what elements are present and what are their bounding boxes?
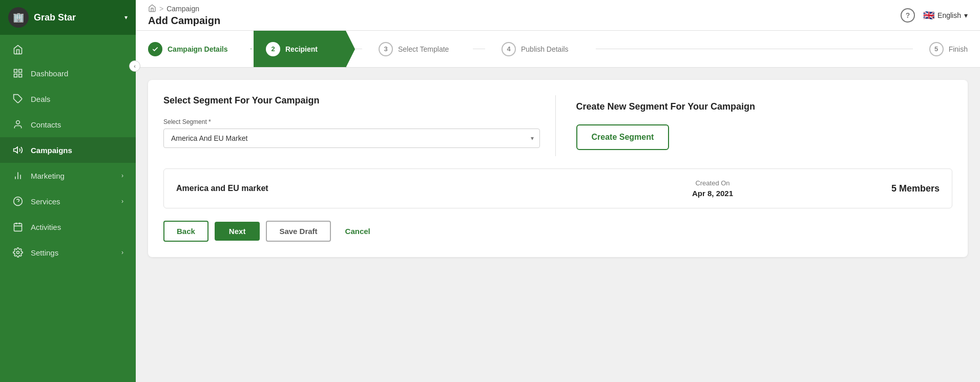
breadcrumb-campaign: Campaign: [166, 5, 199, 13]
lang-chevron-icon: ▾: [964, 11, 968, 19]
breadcrumb-home-icon[interactable]: [148, 4, 156, 14]
sidebar-item-label: Marketing: [31, 172, 65, 180]
contacts-icon: [12, 119, 24, 130]
right-section-title: Create New Segment For Your Campaign: [576, 101, 755, 112]
sidebar-collapse-button[interactable]: ‹: [129, 60, 140, 72]
svg-rect-1: [19, 70, 22, 73]
step-select-template[interactable]: 3 Select Template: [366, 31, 469, 67]
step-sep-3: [469, 31, 489, 67]
sidebar-item-label: Deals: [31, 95, 50, 103]
step-3-circle: 3: [379, 42, 393, 56]
segment-card-meta: Created On Apr 8, 2021: [534, 179, 891, 198]
segment-select-section: Select Segment For Your Campaign Select …: [163, 95, 556, 156]
sidebar-item-services[interactable]: Services ›: [0, 188, 136, 214]
topbar: > Campaign Add Campaign ? 🇬🇧 English ▾: [136, 0, 980, 31]
step-1-circle: [148, 42, 162, 56]
step-finish[interactable]: 5 Finish: [917, 31, 980, 67]
sidebar-expand-icon[interactable]: ▾: [124, 14, 128, 21]
sidebar-item-label: Activities: [31, 223, 61, 231]
sidebar-item-label: Contacts: [31, 120, 61, 129]
language-label: English: [937, 11, 961, 19]
segment-select-label: Select Segment *: [163, 118, 540, 125]
create-segment-button[interactable]: Create Segment: [576, 124, 670, 150]
sidebar-item-label: Settings: [31, 248, 58, 257]
step-1-label: Campaign Details: [168, 45, 227, 53]
chevron-right-icon: ›: [121, 249, 123, 256]
page-title: Add Campaign: [148, 15, 220, 27]
svg-point-5: [16, 121, 20, 124]
language-selector[interactable]: 🇬🇧 English ▾: [923, 10, 968, 21]
segment-created-date: Apr 8, 2021: [534, 189, 891, 198]
segment-created-label: Created On: [534, 179, 891, 187]
svg-rect-2: [14, 74, 17, 77]
sidebar-item-label: Campaigns: [31, 146, 72, 155]
step-2-label: Recipient: [285, 45, 318, 53]
step-2-circle: 2: [266, 42, 280, 56]
sidebar-logo: 🏢: [8, 7, 29, 28]
breadcrumb-separator: >: [159, 5, 163, 13]
sidebar-item-campaigns[interactable]: Campaigns: [0, 137, 136, 163]
content-area: Select Segment For Your Campaign Select …: [136, 68, 980, 382]
sidebar-item-marketing[interactable]: Marketing ›: [0, 163, 136, 188]
cancel-button[interactable]: Cancel: [337, 222, 379, 241]
dashboard-icon: [12, 68, 24, 79]
next-button[interactable]: Next: [215, 222, 260, 241]
campaigns-icon: [12, 144, 24, 156]
segment-form-group: Select Segment * America And EU Market ▾: [163, 118, 540, 148]
step-campaign-details[interactable]: Campaign Details: [136, 31, 248, 67]
deals-icon: [12, 93, 24, 104]
activities-icon: [12, 221, 24, 232]
help-button[interactable]: ?: [901, 8, 915, 23]
step-5-circle: 5: [929, 42, 944, 56]
settings-icon: [12, 247, 24, 258]
segment-members-count: 5 Members: [891, 183, 940, 194]
save-draft-button[interactable]: Save Draft: [266, 221, 330, 242]
segment-info-card: America and EU market Created On Apr 8, …: [163, 168, 952, 208]
sidebar: 🏢 Grab Star ▾ ‹ Dashboard Deals: [0, 0, 136, 382]
step-sep-1: [248, 31, 254, 67]
left-section-title: Select Segment For Your Campaign: [163, 95, 540, 106]
home-icon: [12, 44, 24, 55]
two-column-layout: Select Segment For Your Campaign Select …: [163, 95, 952, 156]
step-publish-details[interactable]: 4 Publish Details: [489, 31, 592, 67]
step-5-label: Finish: [949, 45, 968, 53]
action-bar: Back Next Save Draft Cancel: [163, 221, 952, 242]
sidebar-item-activities[interactable]: Activities: [0, 214, 136, 240]
sidebar-item-settings[interactable]: Settings ›: [0, 240, 136, 265]
sidebar-item-deals[interactable]: Deals: [0, 86, 136, 112]
svg-marker-6: [14, 147, 18, 153]
segment-select-wrapper: America And EU Market ▾: [163, 129, 540, 148]
create-segment-section: Create New Segment For Your Campaign Cre…: [556, 95, 953, 156]
step-4-circle: 4: [502, 42, 516, 56]
step-3-label: Select Template: [398, 45, 449, 53]
main-content: > Campaign Add Campaign ? 🇬🇧 English ▾ C…: [136, 0, 980, 382]
sidebar-item-dashboard[interactable]: Dashboard: [0, 60, 136, 86]
main-card: Select Segment For Your Campaign Select …: [148, 80, 968, 257]
stepper: Campaign Details 2 Recipient 3 Select Te…: [136, 31, 980, 68]
topbar-left: > Campaign Add Campaign: [148, 4, 220, 27]
logo-icon: 🏢: [13, 12, 24, 23]
sidebar-item-label: Dashboard: [31, 69, 68, 78]
breadcrumb: > Campaign: [148, 4, 220, 14]
marketing-icon: [12, 170, 24, 181]
svg-point-16: [17, 251, 19, 254]
sidebar-title: Grab Star: [34, 12, 119, 23]
sidebar-item-label: Services: [31, 197, 60, 206]
chevron-right-icon: ›: [121, 198, 123, 205]
services-icon: [12, 196, 24, 207]
step-recipient[interactable]: 2 Recipient: [254, 31, 346, 67]
chevron-right-icon: ›: [121, 172, 123, 179]
svg-rect-12: [14, 223, 22, 231]
segment-select[interactable]: America And EU Market: [163, 129, 540, 148]
svg-rect-0: [14, 70, 17, 73]
sidebar-item-contacts[interactable]: Contacts: [0, 112, 136, 137]
sidebar-nav: Dashboard Deals Contacts Campaigns: [0, 35, 136, 382]
flag-icon: 🇬🇧: [923, 10, 934, 21]
svg-rect-3: [19, 74, 22, 77]
topbar-right: ? 🇬🇧 English ▾: [901, 8, 968, 23]
step-sep-4: [592, 31, 917, 67]
sidebar-item-home[interactable]: [0, 39, 136, 60]
back-button[interactable]: Back: [163, 221, 208, 242]
sidebar-header: 🏢 Grab Star ▾: [0, 0, 136, 35]
step-4-label: Publish Details: [521, 45, 569, 53]
